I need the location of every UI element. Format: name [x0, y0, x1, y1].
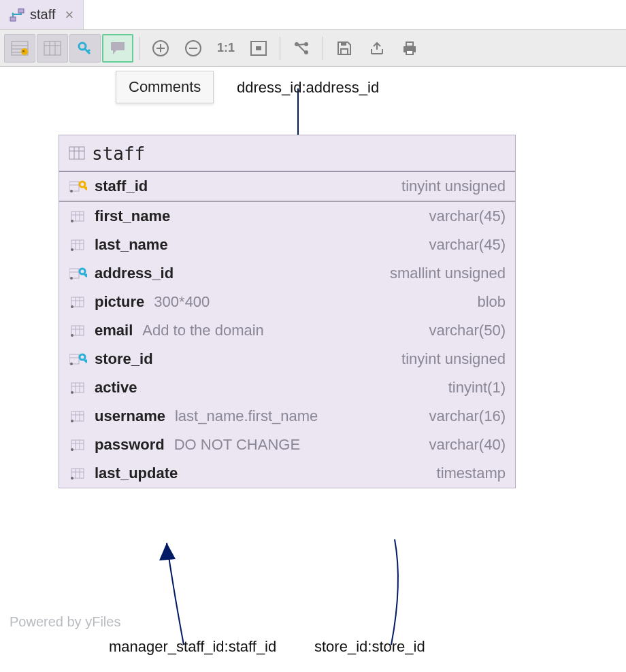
column-type: varchar(40): [429, 436, 506, 454]
column-row-store_id[interactable]: store_idtinyint unsigned: [59, 345, 515, 373]
column-comment: DO NOT CHANGE: [174, 436, 300, 454]
svg-rect-8: [44, 41, 61, 55]
svg-point-62: [70, 363, 73, 365]
column-name: active: [95, 379, 137, 397]
svg-point-34: [70, 190, 73, 192]
close-icon[interactable]: ×: [65, 7, 73, 22]
column-icon: [69, 467, 88, 480]
column-type: smallint unsigned: [390, 265, 506, 282]
svg-rect-28: [69, 147, 84, 159]
foreign-key-icon: [69, 352, 88, 366]
table-name: staff: [92, 144, 145, 164]
svg-rect-19: [256, 46, 261, 50]
toolbar-table-button[interactable]: [37, 34, 68, 63]
svg-rect-0: [10, 17, 16, 21]
column-type: tinyint(1): [448, 379, 506, 397]
column-icon: [69, 324, 88, 337]
svg-rect-7: [22, 50, 24, 52]
column-name: last_update: [95, 465, 178, 482]
export-button[interactable]: [361, 34, 393, 63]
column-comment: 300*400: [154, 293, 210, 311]
column-row-first_name[interactable]: first_namevarchar(45): [59, 202, 515, 231]
svg-rect-24: [341, 42, 346, 46]
toolbar-details-button[interactable]: [4, 34, 35, 63]
svg-point-54: [71, 305, 73, 308]
column-name: email: [95, 322, 133, 339]
svg-point-40: [71, 220, 73, 222]
toolbar-comments-button[interactable]: [102, 34, 133, 63]
svg-point-45: [71, 248, 73, 251]
column-icon: [69, 209, 88, 223]
svg-rect-36: [71, 212, 84, 221]
svg-rect-26: [406, 42, 413, 46]
zoom-out-button[interactable]: [178, 34, 209, 63]
primary-key-icon: [69, 180, 88, 193]
column-type: timestamp: [437, 465, 506, 482]
svg-point-83: [71, 477, 73, 480]
svg-rect-64: [71, 383, 84, 392]
column-row-password[interactable]: passwordDO NOT CHANGEvarchar(40): [59, 431, 515, 459]
tab-label: staff: [30, 7, 55, 22]
save-button[interactable]: [329, 34, 360, 63]
tab-bar: staff ×: [0, 0, 626, 30]
tab-staff[interactable]: staff ×: [0, 0, 84, 29]
svg-rect-23: [341, 49, 348, 54]
toolbar-separator: [323, 37, 323, 60]
svg-rect-50: [71, 297, 84, 307]
toolbar-separator: [280, 37, 280, 60]
column-type: varchar(45): [429, 236, 506, 254]
zoom-actual-button[interactable]: 1:1: [210, 34, 242, 63]
zoom-in-button[interactable]: [145, 34, 176, 63]
column-type: tinyint unsigned: [401, 178, 506, 195]
column-icon: [69, 409, 88, 423]
svg-rect-1: [18, 9, 24, 13]
column-row-staff_id[interactable]: staff_idtinyint unsigned: [59, 172, 515, 202]
diagram-canvas[interactable]: ddress_id:address_id staff staff_idtinyi…: [0, 67, 626, 672]
column-type: varchar(45): [429, 207, 506, 225]
layout-button[interactable]: [286, 34, 317, 63]
column-icon: [69, 295, 88, 309]
column-type: varchar(50): [429, 322, 506, 339]
svg-rect-27: [406, 50, 413, 54]
column-name: first_name: [95, 207, 170, 225]
svg-rect-41: [71, 240, 84, 250]
column-row-username[interactable]: usernamelast_name.first_namevarchar(16): [59, 402, 515, 431]
svg-rect-69: [71, 411, 84, 421]
svg-rect-32: [69, 182, 79, 191]
column-icon: [69, 238, 88, 252]
column-row-last_update[interactable]: last_updatetimestamp: [59, 459, 515, 488]
svg-rect-79: [71, 469, 84, 478]
column-row-last_name[interactable]: last_namevarchar(45): [59, 231, 515, 259]
table-icon: [69, 144, 85, 164]
tooltip-comments: Comments: [116, 71, 214, 103]
svg-point-48: [70, 277, 73, 280]
toolbar-key-button[interactable]: [69, 34, 101, 63]
column-name: staff_id: [95, 178, 148, 195]
table-staff[interactable]: staff staff_idtinyint unsignedfirst_name…: [59, 135, 516, 488]
column-row-picture[interactable]: picture300*400blob: [59, 288, 515, 316]
watermark: Powered by yFiles: [10, 614, 120, 630]
column-name: store_id: [95, 350, 153, 368]
column-comment: Add to the domain: [142, 322, 264, 339]
column-row-email[interactable]: emailAdd to the domainvarchar(50): [59, 316, 515, 345]
column-icon: [69, 381, 88, 394]
column-type: tinyint unsigned: [401, 350, 506, 368]
column-icon: [69, 438, 88, 452]
print-button[interactable]: [394, 34, 425, 63]
column-row-active[interactable]: activetinyint(1): [59, 373, 515, 402]
fit-screen-button[interactable]: [243, 34, 274, 63]
column-name: address_id: [95, 265, 174, 282]
table-header: staff: [59, 135, 515, 172]
column-name: last_name: [95, 236, 168, 254]
column-name: picture: [95, 293, 144, 311]
column-name: password: [95, 436, 165, 454]
svg-rect-60: [69, 354, 79, 364]
foreign-key-icon: [69, 267, 88, 280]
svg-rect-74: [71, 440, 84, 450]
svg-rect-55: [71, 326, 84, 335]
svg-point-78: [71, 448, 73, 451]
toolbar: 1:1: [0, 30, 626, 67]
column-row-address_id[interactable]: address_idsmallint unsigned: [59, 259, 515, 288]
toolbar-separator: [139, 37, 139, 60]
diagram-icon: [10, 8, 24, 22]
